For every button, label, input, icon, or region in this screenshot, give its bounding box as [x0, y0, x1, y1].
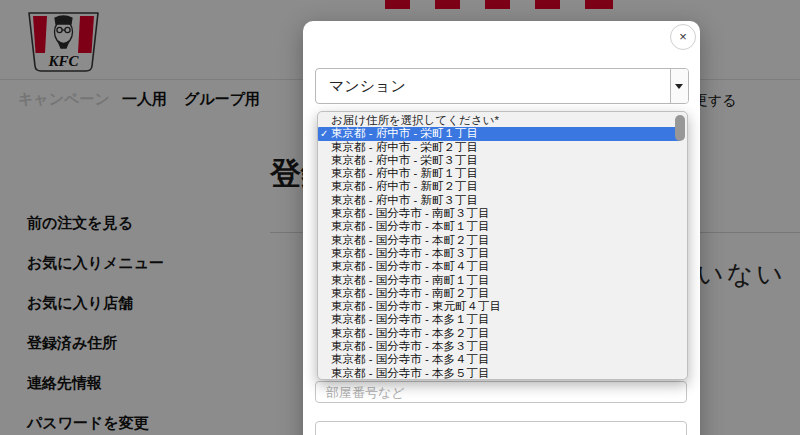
address-option[interactable]: 東京都 - 府中市 - 新町１丁目 [318, 167, 687, 180]
room-number-input[interactable] [315, 381, 687, 403]
dropdown-scrollbar-thumb[interactable] [675, 115, 685, 141]
address-option[interactable]: 東京都 - 国分寺市 - 本町１丁目 [318, 220, 687, 233]
address-option[interactable]: 東京都 - 府中市 - 新町３丁目 [318, 194, 687, 207]
address-option-selected[interactable]: ✓ 東京都 - 府中市 - 栄町１丁目 [318, 127, 680, 140]
address-option[interactable]: 東京都 - 国分寺市 - 本町２丁目 [318, 234, 687, 247]
address-option-label: 東京都 - 府中市 - 栄町１丁目 [331, 127, 478, 139]
address-option[interactable]: 東京都 - 国分寺市 - 本町４丁目 [318, 260, 687, 273]
chevron-down-icon [675, 84, 683, 89]
address-option-list: お届け住所を選択してください* ✓ 東京都 - 府中市 - 栄町１丁目 東京都 … [318, 114, 687, 380]
address-dropdown: お届け住所を選択してください* ✓ 東京都 - 府中市 - 栄町１丁目 東京都 … [317, 111, 688, 380]
building-name-value: マンション [329, 77, 406, 96]
address-option[interactable]: 東京都 - 国分寺市 - 東元町４丁目 [318, 300, 687, 313]
address-option[interactable]: 東京都 - 国分寺市 - 本町３丁目 [318, 247, 687, 260]
additional-address-input[interactable] [315, 421, 687, 435]
checkmark-icon: ✓ [320, 127, 328, 140]
address-option[interactable]: 東京都 - 府中市 - 栄町３丁目 [318, 154, 687, 167]
address-option[interactable]: 東京都 - 府中市 - 新町２丁目 [318, 180, 687, 193]
building-name-select[interactable]: マンション [315, 68, 689, 104]
close-icon: × [679, 29, 687, 44]
address-option[interactable]: 東京都 - 国分寺市 - 本多３丁目 [318, 340, 687, 353]
address-option[interactable]: 東京都 - 府中市 - 栄町２丁目 [318, 141, 687, 154]
address-option[interactable]: 東京都 - 国分寺市 - 本多４丁目 [318, 353, 687, 366]
address-option[interactable]: 東京都 - 国分寺市 - 南町１丁目 [318, 274, 687, 287]
address-option-placeholder[interactable]: お届け住所を選択してください* [318, 114, 687, 127]
address-option[interactable]: 東京都 - 国分寺市 - 本多２丁目 [318, 327, 687, 340]
address-option[interactable]: 東京都 - 国分寺市 - 南町２丁目 [318, 287, 687, 300]
address-option[interactable]: 東京都 - 国分寺市 - 本多５丁目 [318, 367, 687, 380]
address-option[interactable]: 東京都 - 国分寺市 - 本多１丁目 [318, 313, 687, 326]
address-option[interactable]: 東京都 - 国分寺市 - 南町３丁目 [318, 207, 687, 220]
select-arrow-button[interactable] [670, 69, 688, 103]
close-button[interactable]: × [670, 24, 696, 50]
